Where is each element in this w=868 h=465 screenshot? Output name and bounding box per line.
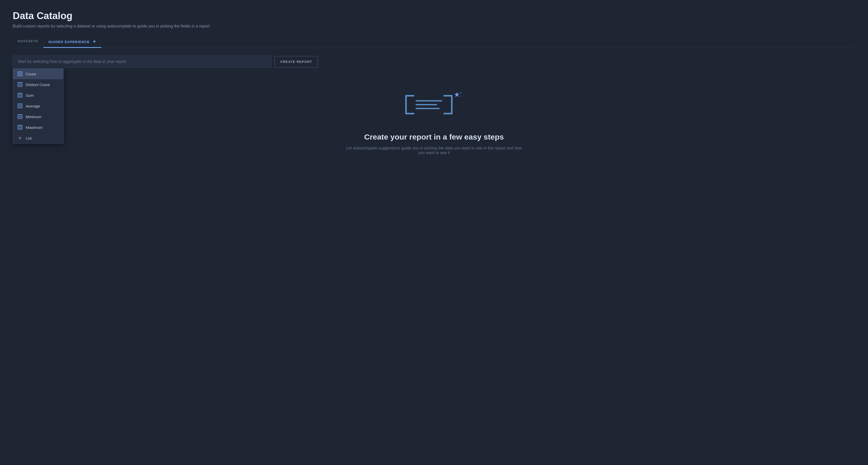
dropdown-label-distinct-count: Distinct Count <box>26 83 50 87</box>
list-list-icon <box>18 136 23 141</box>
dropdown-label-sum: Sum <box>26 93 34 97</box>
page-subtitle: Build custom reports by selecting a data… <box>13 24 855 29</box>
hero-area: Create your report in a few easy steps L… <box>13 88 855 155</box>
svg-marker-3 <box>454 92 459 97</box>
svg-marker-4 <box>460 92 462 94</box>
dropdown-item-distinct-count[interactable]: Distinct Count <box>13 79 63 90</box>
dropdown-item-count[interactable]: Count <box>13 68 63 79</box>
dropdown-item-sum[interactable]: Sum <box>13 90 63 100</box>
dropdown-wrapper: Count Distinct Count Sum Average Minimum <box>13 68 64 144</box>
search-area: CREATE REPORT Count Distinct Count Sum A… <box>13 56 318 68</box>
dropdown-item-minimum[interactable]: Minimum <box>13 111 63 122</box>
hero-description: Let autocomplete suggestions guide you i… <box>345 146 523 155</box>
dropdown-label-list: List <box>26 136 32 140</box>
maximum-grid-icon <box>18 125 23 130</box>
dropdown-item-average[interactable]: Average <box>13 100 63 111</box>
tab-guided-experience[interactable]: GUIDED EXPERIENCE ✦ <box>43 36 101 48</box>
svg-marker-5 <box>460 95 462 97</box>
hero-illustration <box>398 88 470 122</box>
tab-bar: DATASETS GUIDED EXPERIENCE ✦ <box>13 36 855 48</box>
sum-grid-icon <box>18 93 23 98</box>
minimum-grid-icon <box>18 114 23 119</box>
average-grid-icon <box>18 104 23 109</box>
dropdown-item-list[interactable]: List <box>13 133 63 143</box>
search-input[interactable] <box>13 56 272 68</box>
dropdown-label-average: Average <box>26 104 40 108</box>
dropdown-menu: Count Distinct Count Sum Average Minimum <box>13 68 64 144</box>
distinct-count-grid-icon <box>18 82 23 87</box>
sparkle-icon: ✦ <box>93 39 96 44</box>
dropdown-label-minimum: Minimum <box>26 115 41 119</box>
dropdown-label-count: Count <box>26 72 36 76</box>
tab-guided-label: GUIDED EXPERIENCE <box>48 40 90 44</box>
create-report-button[interactable]: CREATE REPORT <box>275 56 318 67</box>
tab-datasets[interactable]: DATASETS <box>13 36 43 48</box>
page-title: Data Catalog <box>13 10 855 21</box>
dropdown-label-maximum: Maximum <box>26 125 42 129</box>
dropdown-item-maximum[interactable]: Maximum <box>13 122 63 133</box>
count-grid-icon <box>18 71 23 77</box>
hero-title: Create your report in a few easy steps <box>364 133 504 141</box>
